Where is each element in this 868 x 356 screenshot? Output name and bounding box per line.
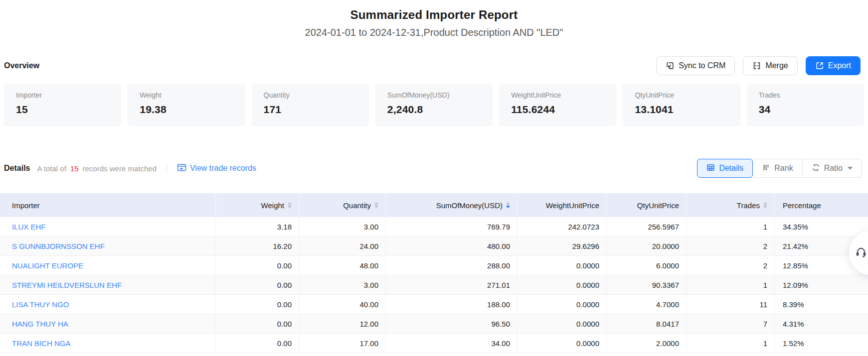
merge-button[interactable]: Merge (743, 56, 797, 75)
sync-to-crm-button[interactable]: Sync to CRM (656, 56, 735, 75)
stat-label: Importer (16, 91, 109, 99)
tab-rank[interactable]: Rank (753, 159, 802, 178)
chevron-down-icon (848, 167, 853, 170)
col-header-label: WeightUnitPrice (546, 201, 599, 210)
cell-weight-unit-price: 0.0000 (518, 314, 607, 333)
cell-percentage: 1.52% (775, 334, 868, 353)
export-button[interactable]: Export (806, 56, 861, 75)
cell-weight: 16.20 (216, 237, 299, 255)
stat-value: 2,240.8 (387, 104, 481, 116)
importer-link[interactable]: HANG THUY HA (12, 320, 68, 328)
col-header-label: SumOfMoney(USD) (436, 201, 503, 210)
col-header-percentage: Percentage (775, 193, 868, 217)
tab-ratio[interactable]: Ratio (803, 159, 862, 178)
overview-cards: Importer 15 Weight 19.38 Quantity 171 Su… (4, 84, 864, 126)
cell-quantity: 40.00 (299, 295, 386, 314)
importer-link[interactable]: NUALIGHT EUROPE (12, 261, 83, 270)
cell-weight: 0.00 (216, 314, 299, 333)
cell-quantity: 3.00 (299, 217, 386, 236)
details-table-icon (706, 163, 715, 174)
cell-qty-unit-price: 4.7000 (607, 295, 687, 314)
page-title: Summarized Importer Report (0, 8, 868, 22)
records-matched-count: 15 (70, 164, 79, 173)
cell-importer: NUALIGHT EUROPE (0, 256, 216, 275)
importer-link[interactable]: TRAN BICH NGA (12, 339, 71, 348)
cell-quantity: 48.00 (299, 256, 386, 275)
cell-weight-unit-price: 242.0723 (518, 217, 607, 236)
merge-label: Merge (765, 61, 788, 70)
cell-importer: ILUX EHF (0, 217, 216, 236)
sort-icons-weight[interactable] (288, 202, 292, 209)
cell-weight: 0.00 (216, 334, 299, 353)
sort-icons-trades[interactable] (763, 202, 767, 209)
cell-importer: S GUNNBJORNSSON EHF (0, 237, 216, 255)
cell-trades: 1 (687, 275, 775, 294)
stat-value: 115.6244 (511, 104, 604, 116)
cell-trades: 11 (687, 295, 775, 314)
table-row: LISA THUY NGO 0.00 40.00 188.00 0.0000 4… (0, 295, 868, 314)
summarized-importer-report-page: Summarized Importer Report 2024-01-01 to… (0, 0, 868, 356)
records-matched-prefix: A total of (37, 164, 66, 173)
table-body: ILUX EHF 3.18 3.00 769.79 242.0723 256.5… (0, 217, 868, 353)
overview-section-title: Overview (4, 61, 39, 70)
stat-card-weight-unit-price: WeightUnitPrice 115.6244 (499, 84, 616, 126)
cell-sum-of-money: 34.00 (386, 334, 518, 353)
stat-card-quantity: Quantity 171 (252, 84, 369, 126)
tab-rank-label: Rank (774, 164, 793, 173)
headset-icon (855, 245, 868, 260)
importer-link[interactable]: LISA THUY NGO (12, 300, 69, 309)
stat-card-trades: Trades 34 (747, 84, 864, 126)
cell-importer: HANG THUY HA (0, 314, 216, 333)
cell-qty-unit-price: 2.0000 (607, 334, 687, 353)
table-row: STREYMI HEILDVERSLUN EHF 0.00 3.00 271.0… (0, 275, 868, 295)
stat-value: 13.1041 (635, 104, 728, 116)
cell-trades: 1 (687, 334, 775, 353)
tab-details-label: Details (719, 164, 743, 173)
cell-weight: 0.00 (216, 275, 299, 294)
cell-percentage: 4.31% (775, 314, 868, 333)
sort-icons-quantity[interactable] (374, 202, 378, 209)
cell-sum-of-money: 480.00 (386, 237, 518, 255)
cell-trades: 7 (687, 314, 775, 333)
tab-ratio-label: Ratio (824, 164, 843, 173)
rank-bars-icon (762, 163, 770, 174)
export-icon (815, 61, 824, 70)
cell-weight-unit-price: 0.0000 (518, 295, 607, 314)
view-trade-records-link[interactable]: View trade records (177, 163, 256, 174)
col-header-sum-of-money[interactable]: SumOfMoney(USD) (386, 193, 518, 217)
tab-details[interactable]: Details (697, 159, 753, 178)
stat-card-qty-unit-price: QtyUnitPrice 13.1041 (623, 84, 740, 126)
overview-toolbar: Overview Sync to CRM (4, 56, 861, 75)
col-header-quantity[interactable]: Quantity (299, 193, 386, 217)
cell-quantity: 3.00 (299, 275, 386, 294)
cell-qty-unit-price: 20.0000 (607, 237, 687, 255)
stat-label: WeightUnitPrice (511, 91, 604, 99)
sync-to-crm-label: Sync to CRM (679, 61, 725, 70)
importer-link[interactable]: STREYMI HEILDVERSLUN EHF (12, 281, 122, 289)
stat-label: QtyUnitPrice (635, 91, 728, 99)
cell-sum-of-money: 271.01 (386, 275, 518, 294)
cell-qty-unit-price: 256.5967 (607, 217, 687, 236)
cell-sum-of-money: 96.50 (386, 314, 518, 333)
table-row: NUALIGHT EUROPE 0.00 48.00 288.00 0.0000… (0, 256, 868, 275)
col-header-importer: Importer (0, 193, 216, 217)
cell-sum-of-money: 188.00 (386, 295, 518, 314)
col-header-label: QtyUnitPrice (637, 201, 679, 210)
page-subtitle: 2024-01-01 to 2024-12-31,Product Descrip… (0, 27, 868, 38)
table-row: TRAN BICH NGA 0.00 17.00 34.00 0.0000 2.… (0, 334, 868, 353)
col-header-label: Quantity (343, 201, 371, 210)
stat-value: 34 (759, 104, 852, 116)
sort-icons-sum-of-money[interactable] (506, 202, 510, 209)
cell-quantity: 24.00 (299, 237, 386, 255)
importer-link[interactable]: ILUX EHF (12, 223, 46, 231)
cell-qty-unit-price: 8.0417 (607, 314, 687, 333)
stat-value: 171 (264, 104, 357, 116)
cell-importer: LISA THUY NGO (0, 295, 216, 314)
col-header-trades[interactable]: Trades (687, 193, 775, 217)
cell-weight: 3.18 (216, 217, 299, 236)
importer-link[interactable]: S GUNNBJORNSSON EHF (12, 242, 105, 250)
col-header-weight[interactable]: Weight (216, 193, 299, 217)
stat-card-weight: Weight 19.38 (128, 84, 245, 126)
col-header-label: Trades (737, 201, 760, 210)
table-row: HANG THUY HA 0.00 12.00 96.50 0.0000 8.0… (0, 314, 868, 334)
